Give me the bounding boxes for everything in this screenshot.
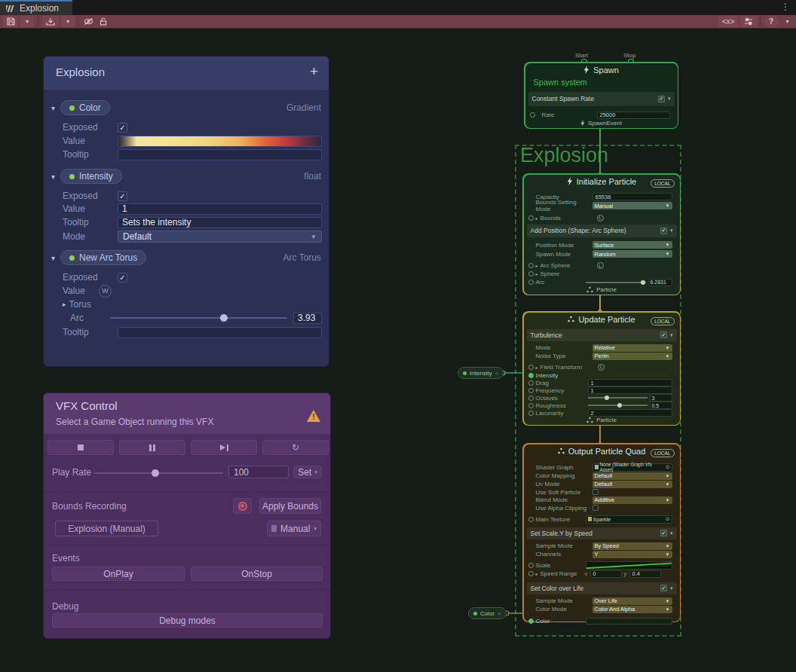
- onplay-button[interactable]: OnPlay: [52, 567, 185, 581]
- block-enabled-checkbox[interactable]: ✓: [660, 228, 667, 234]
- property-arc-torus-header[interactable]: ▾ New Arc Torus Arc Torus: [51, 250, 321, 265]
- property-color-header[interactable]: ▾ Color Gradient: [51, 100, 321, 115]
- speed-range-port[interactable]: [528, 571, 534, 576]
- bounds-mode-dropdown[interactable]: Manual ▾: [267, 521, 321, 536]
- play-rate-input[interactable]: 100: [228, 466, 289, 478]
- capacity-input[interactable]: 65536: [592, 193, 672, 200]
- apply-bounds-button[interactable]: Apply Bounds: [259, 498, 321, 514]
- rate-port[interactable]: [530, 112, 535, 118]
- local-space-badge[interactable]: L: [597, 215, 604, 221]
- lock-button[interactable]: [96, 16, 110, 27]
- exposed-checkbox[interactable]: ✓: [118, 273, 127, 283]
- chevron-down-icon[interactable]: ▾: [670, 585, 673, 591]
- roughness-port[interactable]: [528, 403, 534, 408]
- pause-button[interactable]: [119, 440, 185, 455]
- tooltip-input[interactable]: Sets the intensity: [118, 217, 322, 228]
- chevron-down-icon[interactable]: ▾: [670, 530, 673, 536]
- system-group-label[interactable]: Explosion: [520, 144, 608, 167]
- collapse-icon[interactable]: <: [495, 370, 499, 377]
- roughness-slider[interactable]: [588, 405, 648, 406]
- help-dropdown-button[interactable]: ▾: [781, 16, 794, 27]
- play-rate-slider[interactable]: [93, 472, 223, 474]
- blend-mode-dropdown[interactable]: Additive ▼: [592, 496, 672, 504]
- bounds-setting-mode-dropdown[interactable]: Manual ▼: [592, 202, 672, 209]
- chevron-down-icon[interactable]: ▾: [670, 332, 673, 338]
- update-particle-node[interactable]: Update Particle LOCAL Turbulence ✓ ▾ Mod…: [522, 311, 681, 426]
- mode-dropdown[interactable]: Default ▼: [118, 231, 322, 243]
- octaves-port[interactable]: [528, 396, 534, 401]
- block-enabled-checkbox[interactable]: ✓: [660, 331, 667, 338]
- lacunarity-port[interactable]: [528, 411, 534, 416]
- debug-modes-button[interactable]: Debug modes: [52, 613, 323, 628]
- turbulence-block[interactable]: Turbulence ✓ ▾: [527, 329, 677, 341]
- foldout-icon[interactable]: ▸: [536, 571, 538, 576]
- main-texture-port[interactable]: [528, 517, 534, 522]
- sample-mode-dropdown[interactable]: Over Life ▼: [592, 597, 672, 605]
- lacunarity-input[interactable]: 2: [588, 409, 672, 417]
- settings-sliders-button[interactable]: [740, 16, 757, 27]
- property-pill-arc-torus[interactable]: New Arc Torus: [60, 250, 146, 265]
- roughness-input[interactable]: 0.5: [650, 402, 672, 409]
- set-color-block[interactable]: Set Color over Life ✓ ▾: [527, 582, 677, 594]
- foldout-collapsed-icon[interactable]: ▸: [63, 301, 66, 308]
- chevron-down-icon[interactable]: ▾: [51, 173, 55, 181]
- arc-slider[interactable]: [110, 317, 287, 319]
- arc-sphere-port[interactable]: [528, 263, 534, 268]
- record-bounds-button[interactable]: [233, 498, 252, 514]
- value-input[interactable]: 1: [118, 203, 322, 215]
- color-mode-dropdown[interactable]: Color And Alpha ▼: [592, 606, 672, 613]
- collapse-icon[interactable]: <: [498, 610, 501, 617]
- chevron-down-icon[interactable]: ▾: [670, 228, 673, 234]
- object-picker-icon[interactable]: ⊙: [666, 516, 670, 522]
- toggle-visibility-button[interactable]: [81, 16, 96, 27]
- shader-graph-object-field[interactable]: None (Shader Graph Vfx Asset) ⊙: [592, 463, 672, 472]
- color-mapping-dropdown[interactable]: Default ▼: [592, 472, 672, 480]
- help-button[interactable]: ?: [764, 16, 779, 27]
- tooltip-input[interactable]: [118, 327, 322, 338]
- template-dropdown-button[interactable]: ▾: [61, 16, 75, 27]
- gradient-field[interactable]: [118, 136, 322, 147]
- local-space-badge[interactable]: L: [597, 262, 604, 269]
- spawn-stop-port-label[interactable]: Stop: [623, 52, 635, 59]
- speed-range-x-input[interactable]: 0: [590, 570, 622, 578]
- show-code-button[interactable]: <x>: [718, 16, 738, 27]
- block-enabled-checkbox[interactable]: ✓: [660, 530, 667, 536]
- slider-knob[interactable]: [152, 469, 159, 477]
- spawn-start-port-label[interactable]: Start: [575, 52, 588, 59]
- save-as-template-button[interactable]: [42, 16, 59, 27]
- spawn-mode-dropdown[interactable]: Random ▼: [592, 250, 672, 258]
- block-enabled-checkbox[interactable]: ✓: [660, 585, 667, 591]
- foldout-icon[interactable]: ▸: [536, 263, 538, 268]
- scale-port[interactable]: [528, 563, 534, 568]
- step-button[interactable]: [191, 440, 257, 455]
- color-gradient-field[interactable]: [586, 618, 672, 625]
- slider-knob[interactable]: [617, 403, 622, 408]
- world-space-badge[interactable]: W: [99, 285, 112, 298]
- arc-value-input[interactable]: 3.93: [293, 313, 322, 324]
- slider-knob[interactable]: [605, 396, 609, 400]
- position-mode-dropdown[interactable]: Surface ▼: [592, 241, 672, 249]
- rate-input[interactable]: 25000: [597, 111, 670, 119]
- onstop-button[interactable]: OnStop: [191, 567, 323, 581]
- initialize-particle-node[interactable]: Initialize Particle LOCAL Capacity 65536…: [522, 173, 681, 295]
- property-intensity-header[interactable]: ▾ Intensity float: [51, 169, 321, 184]
- stop-button[interactable]: [47, 440, 114, 455]
- channels-dropdown[interactable]: Y ▼: [592, 551, 672, 558]
- frequency-port[interactable]: [528, 388, 534, 393]
- set-scale-block[interactable]: Set Scale.Y by Speed ✓ ▾: [527, 527, 677, 539]
- chevron-down-icon[interactable]: ▾: [51, 104, 55, 112]
- octaves-input[interactable]: 3: [650, 394, 672, 402]
- arc-value-input[interactable]: 6.2831: [648, 279, 672, 286]
- intensity-parameter-node[interactable]: Intensity <: [458, 367, 504, 379]
- bounds-port[interactable]: [528, 215, 534, 221]
- arc-port[interactable]: [528, 279, 534, 285]
- foldout-icon[interactable]: ▸: [536, 215, 538, 221]
- mode-dropdown[interactable]: Relative ▼: [592, 344, 672, 352]
- noise-type-dropdown[interactable]: Perlin ▼: [592, 353, 672, 360]
- object-picker-icon[interactable]: ⊙: [666, 464, 670, 470]
- main-texture-object-field[interactable]: Sparkle ⊙: [586, 515, 672, 524]
- sample-mode-dropdown[interactable]: By Speed ▼: [592, 542, 672, 550]
- exposed-checkbox[interactable]: ✓: [118, 191, 127, 201]
- drag-input[interactable]: 1: [588, 379, 672, 386]
- foldout-icon[interactable]: ▸: [536, 271, 538, 276]
